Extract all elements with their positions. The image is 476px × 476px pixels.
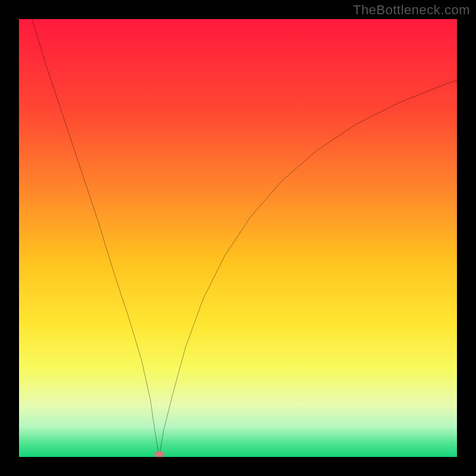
plot-background bbox=[19, 19, 457, 457]
watermark-label: TheBottleneck.com bbox=[353, 2, 470, 18]
chart-frame: TheBottleneck.com bbox=[0, 0, 476, 476]
bottleneck-chart bbox=[19, 19, 457, 457]
